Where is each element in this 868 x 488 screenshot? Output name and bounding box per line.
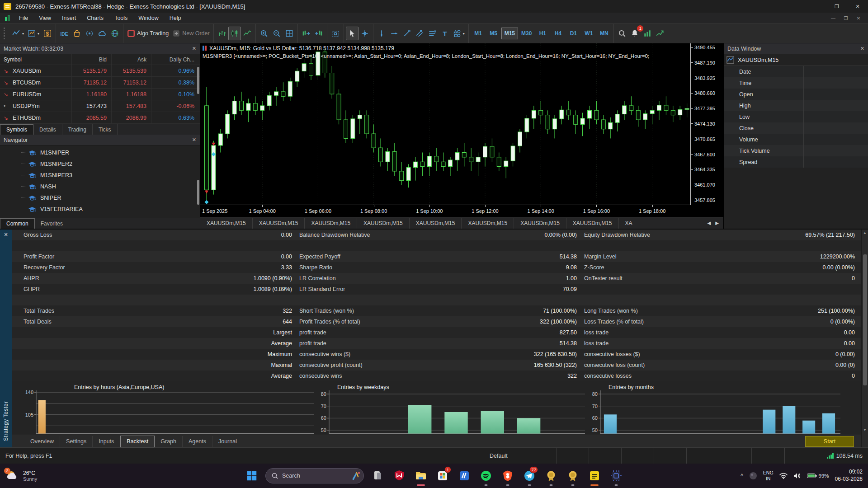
weather-widget[interactable]: 2 26°C Sunny	[0, 469, 113, 483]
timeframe-w1[interactable]: W1	[581, 28, 596, 39]
sidebar-item-nash[interactable]: NASH	[0, 181, 200, 192]
shapes-button[interactable]: ▾	[451, 27, 467, 40]
taskbar-app-trading-app-m[interactable]	[454, 465, 474, 487]
table-row-xauusdm[interactable]: ↘XAUUSDm5135.1795135.5390.96%	[0, 65, 200, 77]
taskbar-app-telegram[interactable]: 77	[519, 465, 539, 487]
chart-tab-2[interactable]: XAUUSDm,M15	[305, 218, 357, 229]
close-icon[interactable]: ✕	[192, 46, 196, 52]
taskbar-app-processor-app[interactable]	[606, 465, 626, 487]
tab-inputs[interactable]: Inputs	[93, 436, 120, 447]
channel-button[interactable]	[413, 27, 426, 40]
vline-button[interactable]	[375, 27, 388, 40]
timeframe-m1[interactable]: M1	[471, 28, 486, 39]
taskbar-app-spotify[interactable]	[476, 465, 496, 487]
taskbar-app-file-explorer[interactable]	[411, 465, 431, 487]
scroll-right-icon[interactable]: ▶	[715, 221, 719, 225]
tab-journal[interactable]: Journal	[212, 436, 243, 447]
barchart-button[interactable]	[216, 27, 228, 40]
hidden-icons-chevron[interactable]: ^	[741, 473, 743, 479]
taskbar-app-brave[interactable]	[498, 465, 518, 487]
table-row-usdjpym[interactable]: •USDJPYm157.473157.483-0.06%	[0, 100, 200, 112]
child-minimize-icon[interactable]: —	[827, 16, 839, 21]
market-watch-scrollbar[interactable]	[197, 67, 199, 94]
table-row-btcusdm[interactable]: ↘BTCUSDm71135.1271153.120.38%	[0, 77, 200, 89]
plus-button[interactable]: New Order	[170, 27, 211, 40]
maximize-button[interactable]: ❐	[826, 0, 847, 13]
algo-button[interactable]: Algo Trading	[125, 27, 170, 40]
timeframe-d1[interactable]: D1	[566, 28, 581, 39]
chart-tab-5[interactable]: XAUUSDm,M15	[462, 218, 514, 229]
sidebar-item-v15ferrariea[interactable]: V15FERRARIEA	[0, 203, 200, 215]
crosshair-button[interactable]	[359, 27, 371, 40]
tab-common[interactable]: Common	[0, 218, 35, 229]
tab-trading[interactable]: Trading	[62, 124, 93, 135]
scroll-left-icon[interactable]: ◀	[708, 221, 711, 225]
scrollbar-thumb[interactable]	[863, 254, 867, 385]
column-header-dailych[interactable]: Daily Ch...	[151, 54, 200, 65]
tab-agents[interactable]: Agents	[183, 436, 212, 447]
table-row-eurusdm[interactable]: ↘EURUSDm1.161801.161880.10%	[0, 89, 200, 100]
volume-icon[interactable]	[793, 473, 801, 479]
timeframe-mn[interactable]: MN	[596, 28, 612, 39]
menu-insert[interactable]: Insert	[57, 13, 81, 23]
price-axis[interactable]: 3490.4553487.1903483.9253480.6603477.395…	[691, 43, 723, 205]
wifi-icon[interactable]	[779, 473, 788, 479]
text-button[interactable]: T	[439, 27, 451, 40]
menu-view[interactable]: View	[33, 13, 57, 23]
chart-tab-3[interactable]: XAUUSDm,M15	[357, 218, 410, 229]
column-header-ask[interactable]: Ask	[111, 54, 151, 65]
tab-favorites[interactable]: Favorites	[35, 218, 69, 229]
tab-symbols[interactable]: Symbols	[0, 124, 33, 135]
bell-button[interactable]: 1	[628, 27, 641, 40]
child-restore-icon[interactable]: ❐	[840, 16, 852, 21]
zoomout-button[interactable]	[270, 27, 283, 40]
tester-scrollbar[interactable]: ▲ ▼	[861, 230, 868, 447]
clock-widget[interactable]: 09:02 06-03-2026	[835, 469, 863, 483]
language-indicator[interactable]: ENGIN	[763, 470, 774, 481]
ide-button[interactable]: IDE	[58, 27, 71, 40]
taskbar-app-mcafee[interactable]	[389, 465, 409, 487]
close-icon[interactable]: ✕	[0, 232, 12, 238]
taskbar-app-gold-seal-app-2[interactable]	[563, 465, 583, 487]
close-icon[interactable]: ✕	[192, 137, 196, 143]
vps-button[interactable]	[108, 27, 121, 40]
camera-button[interactable]	[329, 27, 342, 40]
candlestick-chart[interactable]: XAUUSDm, M15: Gold vs US Dollar: 5136.71…	[200, 43, 691, 205]
menu-tools[interactable]: Tools	[109, 13, 133, 23]
taskbar-app-phone-link[interactable]	[368, 465, 387, 487]
timeframe-h4[interactable]: H4	[550, 28, 566, 39]
dollar-button[interactable]: $	[41, 27, 54, 40]
signal-button[interactable]	[83, 27, 96, 40]
cursor-button[interactable]	[346, 27, 359, 40]
sidebar-item-m1sniper[interactable]: M1SNIPER	[0, 147, 200, 158]
cloud-button[interactable]	[96, 27, 108, 40]
battery-indicator[interactable]: 99%	[807, 473, 829, 479]
menu-file[interactable]: File	[14, 13, 33, 23]
chart-tab-4[interactable]: XAUUSDm,M15	[410, 218, 462, 229]
taskbar-app-microsoft-365[interactable]: 1	[433, 465, 453, 487]
template-button[interactable]: ▾	[26, 27, 41, 40]
trend-button[interactable]	[401, 27, 413, 40]
search-input[interactable]: Search	[265, 468, 364, 483]
zoomin-button[interactable]	[258, 27, 270, 40]
scroll-down-icon[interactable]: ▼	[862, 428, 868, 432]
hline-button[interactable]	[388, 27, 401, 40]
candles-button[interactable]	[228, 27, 241, 40]
toolbar-grip[interactable]	[4, 28, 7, 39]
chart-tab-0[interactable]: XAUUSDm,M15	[200, 218, 253, 229]
zigzag-button[interactable]: ▾	[10, 27, 26, 40]
timeframe-m5[interactable]: M5	[486, 28, 501, 39]
timeframe-m30[interactable]: M30	[518, 28, 535, 39]
chart-tab-truncated[interactable]: XA	[619, 218, 639, 229]
scroll-up-icon[interactable]: ▲	[862, 231, 868, 235]
bag-button[interactable]	[71, 27, 83, 40]
menu-help[interactable]: Help	[164, 13, 187, 23]
menu-window[interactable]: Window	[133, 13, 164, 23]
close-icon[interactable]: ✕	[860, 46, 864, 52]
timeframe-h1[interactable]: H1	[535, 28, 550, 39]
tab-backtest[interactable]: Backtest	[120, 436, 155, 447]
tab-settings[interactable]: Settings	[60, 436, 93, 447]
close-button[interactable]: ✕	[847, 0, 868, 13]
chart-tab-7[interactable]: XAUUSDm,M15	[566, 218, 619, 229]
tab-graph[interactable]: Graph	[155, 436, 183, 447]
